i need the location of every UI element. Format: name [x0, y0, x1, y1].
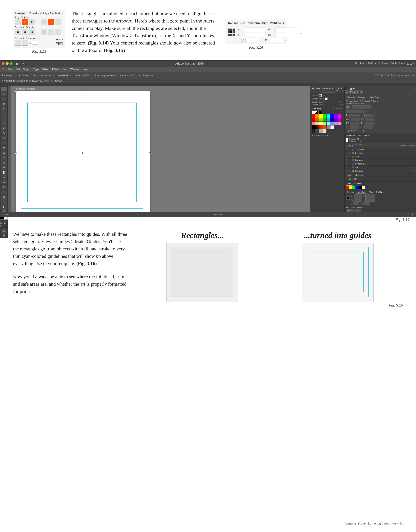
- sw-18[interactable]: [315, 122, 319, 125]
- sw-orange[interactable]: [323, 125, 326, 129]
- glyph-d[interactable]: Â: [356, 90, 359, 94]
- rotate[interactable]: ↻: [1, 146, 7, 150]
- sw-23[interactable]: [334, 122, 338, 125]
- sw-17[interactable]: [312, 122, 315, 125]
- transform-tab1[interactable]: Transpa: [228, 21, 238, 25]
- sw-24[interactable]: [338, 122, 341, 125]
- layer-art[interactable]: 👁 □ Art ○: [345, 166, 416, 169]
- layer-eye-3[interactable]: 👁: [346, 155, 348, 158]
- dist-center-v-btn[interactable]: ⊟: [48, 29, 54, 35]
- stroke-dropdown2[interactable]: ▾: [356, 178, 357, 180]
- dist-center-h-btn[interactable]: ≡: [22, 29, 28, 35]
- app-stroke-color[interactable]: [319, 94, 322, 97]
- app-ctrl3[interactable]: ⊕: [342, 101, 343, 103]
- layer-eye-1[interactable]: 👁: [346, 148, 348, 151]
- magic-wand[interactable]: ✦: [1, 97, 7, 101]
- workspace-select[interactable]: Plekos2020: [360, 62, 374, 65]
- transform-btn[interactable]: Transform ▾: [390, 74, 403, 77]
- menu-help[interactable]: Help: [81, 68, 89, 71]
- app-fill-color[interactable]: [325, 97, 328, 100]
- layer-eye-4[interactable]: 👁: [346, 159, 348, 162]
- baseline-input[interactable]: 0 pt: [350, 125, 359, 129]
- align-center-h-btn[interactable]: ⊟: [22, 19, 28, 25]
- sw-14[interactable]: [330, 118, 334, 122]
- align-bottom-btn[interactable]: ⊢: [55, 19, 61, 25]
- doc-info-tab[interactable]: Document Info: [358, 134, 372, 137]
- cp-icon2[interactable]: ◁: [314, 134, 315, 137]
- menu-view[interactable]: View: [60, 68, 68, 71]
- direct-selection[interactable]: ↗: [1, 92, 7, 96]
- font-size-input[interactable]: 12 pt: [349, 114, 358, 117]
- layer-lock-4[interactable]: □: [349, 159, 351, 162]
- transform-tab2[interactable]: ◇ Transform: [243, 21, 260, 25]
- sw-gray[interactable]: [327, 125, 330, 129]
- sw-none[interactable]: [315, 111, 318, 114]
- eyedropper[interactable]: 🔍: [1, 185, 7, 189]
- sw-16[interactable]: [338, 118, 341, 122]
- type-tool[interactable]: T: [1, 111, 7, 116]
- scale-tool[interactable]: ⇲: [1, 151, 7, 155]
- layer-lock-5[interactable]: □: [349, 162, 351, 165]
- char-rotate-input[interactable]: 0°: [364, 125, 373, 129]
- line-tool[interactable]: /: [1, 116, 7, 121]
- font-style-input[interactable]: Regular: [346, 110, 365, 113]
- app-ctrl2[interactable]: ○: [340, 101, 341, 103]
- w-value-input[interactable]: 6.875 in: [276, 28, 297, 32]
- align-tab2[interactable]: ◇ Align: [40, 12, 49, 15]
- h-scale-input[interactable]: 100%: [350, 122, 359, 125]
- sw-15[interactable]: [334, 118, 338, 122]
- sw-icon1[interactable]: □: [329, 107, 330, 110]
- layer-eye-7[interactable]: 👁: [346, 170, 348, 172]
- sw-5[interactable]: [327, 114, 330, 118]
- align-right-btn[interactable]: ⊠: [29, 19, 35, 25]
- color-yellow[interactable]: [349, 186, 352, 189]
- sw-white[interactable]: [312, 111, 315, 114]
- layer-sfx[interactable]: 👁 □ SFX ○: [345, 155, 416, 159]
- layer-eye-5[interactable]: 👁: [346, 162, 348, 165]
- layer-lock-6[interactable]: □: [349, 166, 351, 169]
- layer-eye-6[interactable]: 👁: [346, 166, 348, 169]
- app-ctrl1[interactable]: ○: [339, 101, 340, 103]
- shape-dropdown[interactable]: ↔: [150, 74, 154, 77]
- selection-tool[interactable]: ↖: [1, 87, 7, 91]
- trickage-tab[interactable]: Trickage: [346, 190, 355, 194]
- font-name-input[interactable]: Marian Pro: [352, 105, 371, 109]
- color-green[interactable]: [352, 186, 355, 189]
- dist-left-btn[interactable]: ≡: [15, 29, 21, 35]
- paintbrush[interactable]: 🖌: [1, 126, 7, 131]
- layer-lock-1[interactable]: □: [349, 148, 351, 151]
- layer-beneath-bal[interactable]: 👁 □ Beneath Bal... ○: [345, 162, 416, 166]
- attributes-tab[interactable]: Attributes: [346, 134, 356, 137]
- dist-right-btn[interactable]: ≡: [29, 29, 35, 35]
- hand-tool[interactable]: ✋: [1, 204, 7, 209]
- layer-balloons[interactable]: 👁 □ Balloons ○: [345, 159, 416, 162]
- color-tab[interactable]: Color: [346, 182, 353, 186]
- kern-dropdown[interactable]: ▾: [361, 118, 362, 121]
- sw-2[interactable]: [315, 114, 319, 118]
- props-w-input[interactable]: 6.875 in: [365, 195, 375, 198]
- layer-lock-2[interactable]: □: [349, 152, 351, 154]
- cp-icon5[interactable]: ▷: [320, 134, 322, 137]
- uniform-dropdown[interactable]: ▾: [53, 74, 54, 77]
- menu-effect[interactable]: Effect: [51, 68, 60, 71]
- layer-lock-7[interactable]: □: [349, 170, 351, 172]
- screen-mode[interactable]: ⊞: [3, 234, 5, 237]
- cp-icon4[interactable]: ⊕: [318, 134, 320, 137]
- sw-6[interactable]: [330, 114, 334, 118]
- stroke-dropdown[interactable]: ▾: [36, 74, 37, 77]
- char-tab-character[interactable]: Character: [346, 96, 357, 99]
- eraser[interactable]: ◻: [1, 136, 7, 140]
- pathfinder-tab[interactable]: Pathfin...: [375, 190, 385, 194]
- layers-icon3[interactable]: ⊕: [404, 144, 406, 147]
- sw-black[interactable]: [319, 111, 322, 114]
- sw-3[interactable]: [319, 114, 323, 118]
- dist-space-h-btn[interactable]: ⊢: [15, 40, 21, 46]
- layer-eye-2[interactable]: 👁: [346, 152, 348, 154]
- cp-icon3[interactable]: ⊕: [316, 134, 318, 137]
- layers-icon4[interactable]: ↗: [406, 144, 408, 147]
- transform-menu-icon[interactable]: ≡: [282, 21, 284, 25]
- basic-dropdown[interactable]: ▾: [70, 74, 71, 77]
- handle-ml[interactable]: [15, 152, 17, 154]
- layers-tab[interactable]: Layers: [346, 144, 354, 147]
- glyph-a[interactable]: A: [345, 90, 348, 94]
